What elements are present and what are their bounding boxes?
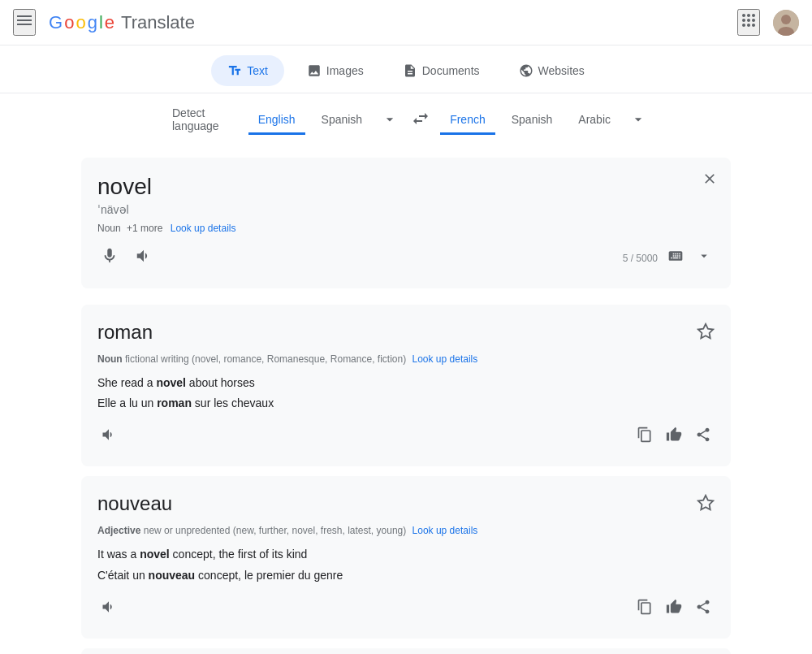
main-content: novel ˈnävəl Noun +1 more Look up detail…: [81, 141, 731, 654]
clear-button[interactable]: [702, 171, 718, 191]
pos-label: Noun: [97, 223, 121, 234]
source-lang-selector: Detect language English Spanish: [162, 100, 401, 141]
header-left: Google Translate: [13, 9, 195, 36]
svg-point-1: [781, 15, 791, 24]
input-card: novel ˈnävəl Noun +1 more Look up detail…: [81, 158, 731, 288]
tab-images-label: Images: [326, 64, 364, 77]
trans-word-text-nouveau: nouveau: [97, 492, 172, 515]
translation-card-nouveau: nouveau Adjective new or unpredented (ne…: [81, 476, 731, 638]
trans-pos-link-roman[interactable]: Look up details: [412, 353, 478, 365]
keyboard-button[interactable]: [664, 245, 687, 271]
trans-actions-right-nouveau: [633, 596, 715, 622]
trans-actions-nouveau: [97, 596, 715, 622]
thumbs-button-roman[interactable]: [663, 423, 685, 450]
trans-example-en-nouveau: It was a novel concept, the first of its…: [97, 544, 715, 565]
lang-target-french[interactable]: French: [440, 106, 495, 135]
tab-bar: Text Images Documents Websites: [0, 45, 812, 93]
target-lang-selector: French Spanish Arabic: [440, 106, 650, 135]
avatar[interactable]: [773, 10, 799, 36]
tab-websites-label: Websites: [538, 64, 585, 77]
trans-pos-link-nouveau[interactable]: Look up details: [412, 525, 478, 536]
tab-documents[interactable]: Documents: [387, 55, 496, 86]
trans-pos-nouveau: Adjective new or unpredented (new, furth…: [97, 525, 715, 536]
copy-button-roman[interactable]: [633, 423, 656, 450]
input-word[interactable]: novel: [97, 174, 715, 200]
tab-documents-label: Documents: [422, 64, 480, 77]
input-actions-left: [97, 244, 156, 272]
lang-target-arabic[interactable]: Arabic: [568, 106, 620, 135]
speaker-button-roman[interactable]: [97, 423, 120, 450]
apps-button[interactable]: [737, 9, 760, 36]
target-lang-more-button[interactable]: [627, 108, 650, 133]
header: Google Translate: [0, 0, 812, 45]
input-actions: 5 / 5000: [97, 244, 715, 272]
menu-button[interactable]: [13, 9, 36, 36]
char-count-text: 5 / 5000: [623, 253, 658, 264]
trans-word-text-roman: roman: [97, 321, 153, 344]
expand-button[interactable]: [693, 245, 715, 271]
trans-example-fr-nouveau: C'était un nouveau concept, le premier d…: [97, 565, 715, 586]
trans-pos-roman: Noun fictional writing (novel, romance, …: [97, 353, 715, 365]
star-button-roman[interactable]: [697, 323, 715, 343]
lang-target-spanish[interactable]: Spanish: [502, 106, 563, 135]
lang-source-english[interactable]: English: [248, 106, 305, 135]
char-count: 5 / 5000: [623, 245, 715, 271]
thumbs-button-nouveau[interactable]: [663, 596, 685, 622]
share-button-nouveau[interactable]: [692, 596, 715, 622]
lang-source-spanish[interactable]: Spanish: [312, 106, 373, 135]
trans-example-nouveau: It was a novel concept, the first of its…: [97, 544, 715, 585]
language-bar: Detect language English Spanish French S…: [0, 100, 812, 141]
microphone-button[interactable]: [97, 244, 122, 272]
trans-example-roman: She read a novel about horses Elle a lu …: [97, 373, 715, 414]
source-lang-more-button[interactable]: [378, 108, 401, 133]
input-phonetic: ˈnävəl: [97, 203, 715, 216]
tab-text[interactable]: Text: [211, 55, 284, 86]
trans-example-en-roman: She read a novel about horses: [97, 373, 715, 393]
input-pos: Noun +1 more Look up details: [97, 223, 715, 234]
translation-card-roman: roman Noun fictional writing (novel, rom…: [81, 305, 731, 466]
lang-detect[interactable]: Detect language: [162, 100, 242, 141]
trans-pos-syns-nouveau: new or unpredented (new, further, novel,…: [144, 525, 407, 536]
copy-button-nouveau[interactable]: [633, 596, 656, 622]
trans-example-fr-roman: Elle a lu un roman sur les chevaux: [97, 393, 715, 414]
speaker-button[interactable]: [132, 244, 156, 272]
trans-actions-right-roman: [633, 423, 715, 450]
header-right: [737, 9, 799, 36]
logo: Google Translate: [49, 12, 195, 33]
pos-more: +1 more: [127, 223, 162, 234]
share-button-roman[interactable]: [692, 423, 715, 450]
pos-link[interactable]: Look up details: [171, 223, 236, 234]
tab-images[interactable]: Images: [291, 55, 380, 86]
trans-word-nouveau: nouveau: [97, 492, 715, 515]
swap-languages-button[interactable]: [411, 109, 430, 132]
star-button-nouveau[interactable]: [697, 494, 715, 514]
trans-pos-syns-roman: fictional writing (novel, romance, Roman…: [125, 353, 406, 365]
tab-text-label: Text: [247, 64, 268, 77]
tab-websites[interactable]: Websites: [503, 55, 601, 86]
trans-word-roman: roman: [97, 321, 715, 344]
trans-pos-label-nouveau: Adjective: [97, 525, 140, 536]
trans-pos-label-roman: Noun: [97, 353, 123, 365]
speaker-button-nouveau[interactable]: [97, 596, 120, 622]
translation-card-original: original Adjective unique quality (origi…: [81, 648, 731, 654]
trans-actions-roman: [97, 423, 715, 450]
